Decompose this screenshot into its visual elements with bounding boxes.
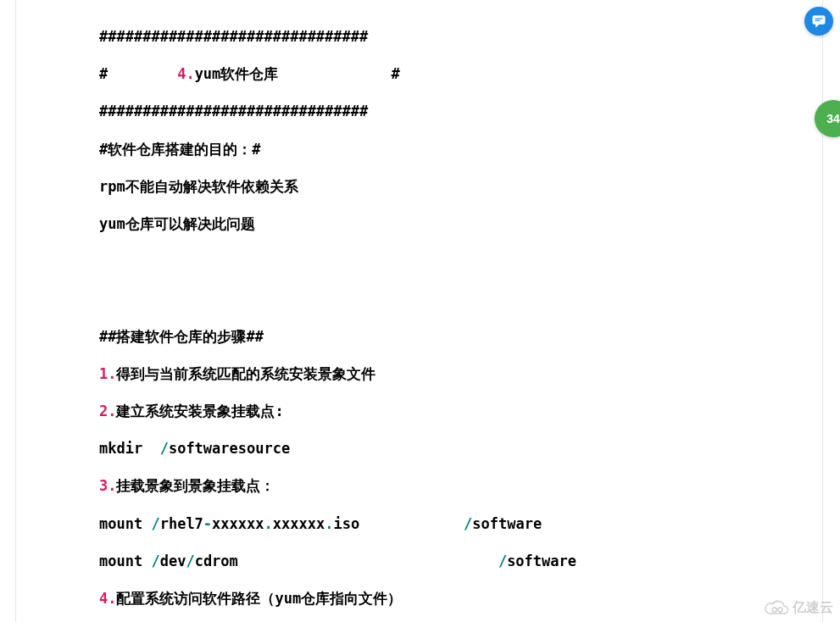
cmd: mkdir — [99, 440, 160, 457]
step-4: 4.配置系统访问软件路径（yum仓库指向文件） — [99, 589, 739, 608]
cmd: mount — [99, 553, 151, 569]
svg-point-5 — [778, 607, 782, 611]
slash: / — [186, 553, 194, 569]
step-1: 1.得到与当前系统匹配的系统安装景象文件 — [99, 364, 739, 383]
hash-right: # — [391, 65, 399, 82]
svg-rect-1 — [813, 16, 825, 24]
header-border-bottom: ############################### — [99, 102, 739, 120]
svg-point-4 — [772, 607, 776, 611]
seg: iso — [333, 515, 359, 532]
score-text: 34 — [826, 112, 840, 125]
steps-title: ##搭建软件仓库的步骤## — [99, 327, 739, 346]
purpose-line-2: yum仓库可以解决此问题 — [99, 214, 739, 233]
header-border-top: ############################### — [99, 27, 739, 46]
seg: cdrom — [195, 553, 238, 569]
mount-line-1: mount /rhel7-xxxxxx.xxxxxx.iso /software — [99, 514, 739, 533]
watermark: 亿速云 — [764, 599, 833, 617]
step-text: 建立系统安装景象挂载点: — [116, 403, 283, 419]
step-number: 1. — [99, 365, 116, 382]
path: softwaresource — [169, 440, 290, 457]
seg: rhel7 — [160, 515, 203, 532]
slash: / — [464, 515, 472, 532]
dot: . — [264, 515, 273, 532]
seg: dev — [160, 553, 186, 569]
feedback-button[interactable] — [804, 7, 833, 36]
step-number: 3. — [99, 477, 116, 494]
step-number: 4. — [99, 590, 116, 607]
step-number: 2. — [99, 403, 116, 419]
dot: . — [325, 515, 333, 532]
cloud-icon — [764, 600, 789, 617]
target: software — [472, 515, 542, 532]
target: software — [507, 553, 576, 569]
slash: / — [151, 553, 159, 569]
code-block: ############################### # 4.yum软… — [16, 0, 822, 622]
step-2: 2.建立系统安装景象挂载点: — [99, 402, 739, 420]
seg: xxxxxx — [273, 515, 325, 532]
step-text: 挂载景象到景象挂载点： — [116, 477, 275, 494]
section-title: yum软件仓库 — [195, 65, 279, 82]
blank-line — [99, 252, 739, 270]
gap — [359, 515, 464, 532]
mount-line-2: mount /dev/cdrom /software — [99, 552, 739, 570]
slash: / — [498, 553, 507, 569]
step-3: 3.挂载景象到景象挂载点： — [99, 476, 739, 495]
watermark-text: 亿速云 — [793, 599, 833, 617]
section-number: 4. — [177, 65, 194, 82]
chat-icon — [811, 14, 826, 29]
purpose-title: #软件仓库搭建的目的：# — [99, 140, 739, 158]
document-page: ############################### # 4.yum软… — [15, 0, 823, 622]
header-title-line: # 4.yum软件仓库 # — [99, 64, 739, 83]
gap — [238, 553, 498, 569]
hash-left: # — [99, 65, 108, 82]
dash: - — [203, 515, 212, 532]
seg: xxxxxx — [212, 515, 264, 532]
cmd: mount — [99, 515, 151, 532]
mkdir-line: mkdir /softwaresource — [99, 439, 739, 458]
purpose-line-1: rpm不能自动解决软件依赖关系 — [99, 177, 739, 196]
step-text: 得到与当前系统匹配的系统安装景象文件 — [116, 365, 375, 382]
step-text: 配置系统访问软件路径（yum仓库指向文件） — [116, 590, 402, 607]
slash: / — [160, 440, 169, 457]
slash: / — [151, 515, 159, 532]
blank-line — [99, 289, 739, 308]
